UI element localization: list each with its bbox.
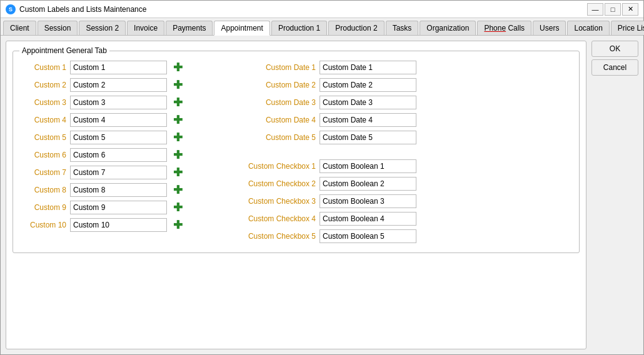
custom-10-input[interactable]	[70, 218, 167, 232]
spacer	[241, 148, 416, 156]
custom-1-row: Custom 1 ✚	[23, 61, 184, 74]
custom-7-row: Custom 7 ✚	[23, 166, 184, 179]
custom-8-add-button[interactable]: ✚	[171, 183, 184, 197]
custom-6-input[interactable]	[70, 148, 167, 162]
custom-date-1-row: Custom Date 1	[241, 61, 416, 74]
custom-date-1-input[interactable]	[319, 61, 416, 74]
custom-7-add-button[interactable]: ✚	[171, 166, 184, 179]
custom-9-input[interactable]	[70, 201, 167, 214]
tab-users[interactable]: Users	[533, 21, 566, 35]
custom-5-row: Custom 5 ✚	[23, 131, 184, 144]
custom-date-2-row: Custom Date 2	[241, 78, 416, 92]
custom-date-4-row: Custom Date 4	[241, 113, 416, 127]
window-controls: — □ ✕	[587, 3, 638, 16]
custom-checkbox-3-row: Custom Checkbox 3	[241, 194, 416, 208]
custom-date-2-label: Custom Date 2	[241, 81, 316, 89]
custom-4-label: Custom 4	[23, 116, 66, 124]
custom-6-add-button[interactable]: ✚	[171, 148, 184, 162]
custom-6-row: Custom 6 ✚	[23, 148, 184, 162]
custom-8-input[interactable]	[70, 183, 167, 197]
custom-date-1-label: Custom Date 1	[241, 63, 316, 72]
custom-9-label: Custom 9	[23, 203, 66, 212]
custom-date-2-input[interactable]	[319, 78, 416, 92]
custom-2-input[interactable]	[70, 78, 167, 92]
cancel-button[interactable]: Cancel	[591, 59, 638, 76]
custom-checkbox-4-row: Custom Checkbox 4	[241, 212, 416, 226]
custom-4-input[interactable]	[70, 113, 167, 127]
tab-price-list-item[interactable]: Price List Item	[611, 21, 644, 35]
tab-session2[interactable]: Session 2	[79, 21, 126, 35]
custom-8-label: Custom 8	[23, 186, 66, 194]
custom-checkbox-4-label: Custom Checkbox 4	[241, 214, 316, 223]
custom-checkbox-4-input[interactable]	[319, 212, 416, 226]
tab-organization[interactable]: Organization	[420, 21, 476, 35]
custom-date-3-row: Custom Date 3	[241, 96, 416, 109]
custom-10-row: Custom 10 ✚	[23, 218, 184, 232]
custom-7-input[interactable]	[70, 166, 167, 179]
custom-checkbox-2-label: Custom Checkbox 2	[241, 179, 316, 188]
title-bar-left: S Custom Labels and Lists Maintenance	[6, 4, 146, 14]
custom-9-add-button[interactable]: ✚	[171, 201, 184, 214]
custom-3-row: Custom 3 ✚	[23, 96, 184, 109]
custom-1-input[interactable]	[70, 61, 167, 74]
close-button[interactable]: ✕	[622, 3, 638, 16]
custom-date-5-label: Custom Date 5	[241, 133, 316, 142]
custom-10-label: Custom 10	[23, 221, 66, 229]
tab-payments[interactable]: Payments	[166, 21, 213, 35]
custom-date-4-input[interactable]	[319, 113, 416, 127]
custom-3-label: Custom 3	[23, 98, 66, 107]
window-title: Custom Labels and Lists Maintenance	[19, 5, 146, 14]
custom-3-input[interactable]	[70, 96, 167, 109]
custom-checkbox-1-label: Custom Checkbox 1	[241, 162, 316, 171]
title-bar: S Custom Labels and Lists Maintenance — …	[1, 1, 643, 18]
custom-checkbox-5-row: Custom Checkbox 5	[241, 229, 416, 243]
custom-4-add-button[interactable]: ✚	[171, 113, 184, 127]
main-content: Appointment General Tab Custom 1 ✚ Custo…	[1, 36, 643, 354]
tab-session[interactable]: Session	[38, 21, 78, 35]
custom-10-add-button[interactable]: ✚	[171, 218, 184, 232]
custom-2-row: Custom 2 ✚	[23, 78, 184, 92]
custom-5-label: Custom 5	[23, 133, 66, 142]
minimize-button[interactable]: —	[587, 3, 603, 16]
fields-container: Custom 1 ✚ Custom 2 ✚ Custom 3	[23, 61, 570, 243]
tab-tasks[interactable]: Tasks	[386, 21, 419, 35]
custom-5-add-button[interactable]: ✚	[171, 131, 184, 144]
custom-date-5-row: Custom Date 5	[241, 131, 416, 144]
tab-appointment[interactable]: Appointment	[214, 21, 269, 36]
custom-checkbox-3-input[interactable]	[319, 194, 416, 208]
custom-4-row: Custom 4 ✚	[23, 113, 184, 127]
tab-invoice[interactable]: Invoice	[127, 21, 164, 35]
custom-date-3-label: Custom Date 3	[241, 98, 316, 107]
appointment-group-box: Appointment General Tab Custom 1 ✚ Custo…	[13, 51, 580, 253]
app-icon: S	[6, 4, 16, 14]
custom-checkbox-1-input[interactable]	[319, 159, 416, 173]
custom-checkbox-5-label: Custom Checkbox 5	[241, 232, 316, 241]
custom-fields-column: Custom 1 ✚ Custom 2 ✚ Custom 3	[23, 61, 184, 243]
custom-1-add-button[interactable]: ✚	[171, 61, 184, 74]
custom-checkbox-3-label: Custom Checkbox 3	[241, 197, 316, 206]
form-area: Appointment General Tab Custom 1 ✚ Custo…	[6, 41, 586, 349]
custom-checkbox-5-input[interactable]	[319, 229, 416, 243]
custom-1-label: Custom 1	[23, 63, 66, 72]
custom-2-add-button[interactable]: ✚	[171, 78, 184, 92]
custom-date-checkbox-column: Custom Date 1 Custom Date 2 Custom Date …	[241, 61, 416, 243]
tab-client[interactable]: Client	[3, 21, 36, 35]
tab-production1[interactable]: Production 1	[271, 21, 327, 35]
custom-5-input[interactable]	[70, 131, 167, 144]
custom-3-add-button[interactable]: ✚	[171, 96, 184, 109]
maximize-button[interactable]: □	[605, 3, 621, 16]
group-box-label: Appointment General Tab	[19, 46, 109, 55]
custom-7-label: Custom 7	[23, 168, 66, 177]
ok-button[interactable]: OK	[591, 41, 638, 57]
custom-9-row: Custom 9 ✚	[23, 201, 184, 214]
tab-location[interactable]: Location	[567, 21, 609, 35]
tab-phone-calls[interactable]: Phone Calls	[477, 21, 531, 35]
custom-date-5-input[interactable]	[319, 131, 416, 144]
main-window: S Custom Labels and Lists Maintenance — …	[0, 0, 644, 355]
tab-production2[interactable]: Production 2	[328, 21, 384, 35]
custom-date-4-label: Custom Date 4	[241, 116, 316, 124]
custom-checkbox-2-input[interactable]	[319, 177, 416, 191]
side-buttons: OK Cancel	[591, 41, 638, 349]
custom-checkbox-2-row: Custom Checkbox 2	[241, 177, 416, 191]
custom-date-3-input[interactable]	[319, 96, 416, 109]
